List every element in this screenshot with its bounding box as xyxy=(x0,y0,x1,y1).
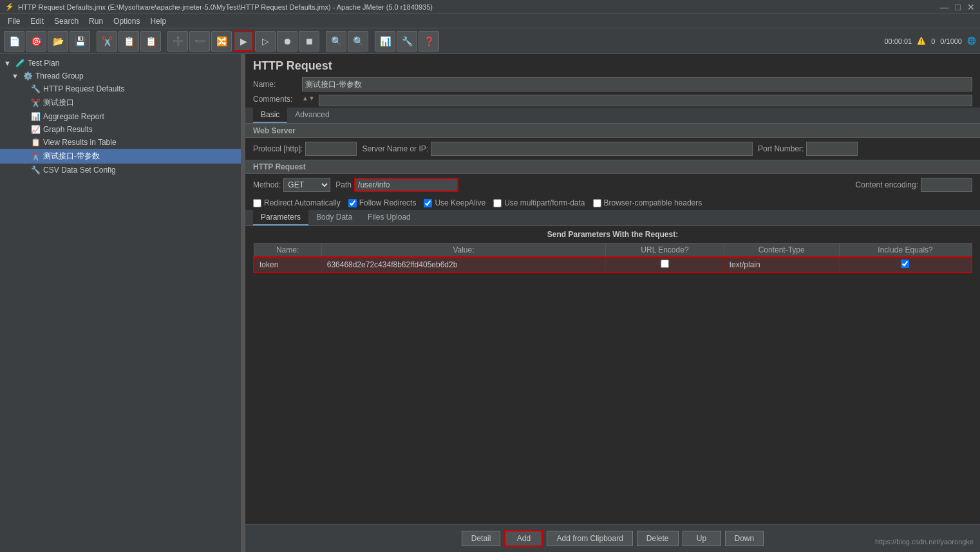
expand-comments-icon[interactable]: ▲▼ xyxy=(302,95,315,102)
toggle-button[interactable]: 🔀 xyxy=(211,31,232,52)
encoding-input[interactable] xyxy=(921,178,972,192)
sidebar-item-view-table[interactable]: 📋 View Results in Table xyxy=(0,136,241,149)
tab-files-upload[interactable]: Files Upload xyxy=(360,210,419,225)
comments-input[interactable] xyxy=(319,95,972,106)
add-button[interactable]: Add xyxy=(504,530,543,547)
menu-options[interactable]: Options xyxy=(108,15,145,27)
new-button[interactable]: 📄 xyxy=(4,31,24,52)
sidebar-item-aggregate[interactable]: 📊 Aggregate Report xyxy=(0,110,241,123)
maximize-button[interactable]: □ xyxy=(956,2,961,12)
browser-compat-checkbox[interactable] xyxy=(593,199,601,207)
menu-search[interactable]: Search xyxy=(49,15,84,27)
param-include-equals xyxy=(839,257,972,272)
sidebar-label-test-plan: Test Plan xyxy=(28,59,59,68)
title-bar-text: HTTP Request Defaults.jmx (E:\Mysoftware… xyxy=(18,3,433,11)
http-request-section: Method: GET POST PUT DELETE Path Content… xyxy=(245,174,980,196)
sidebar-item-test-api-params[interactable]: ✂️ 测试接口-带参数 xyxy=(0,149,241,164)
minimize-button[interactable]: — xyxy=(940,2,949,12)
multipart-label: Use multipart/form-data xyxy=(504,198,585,207)
encoding-group: Content encoding: xyxy=(856,178,972,192)
up-button[interactable]: Up xyxy=(683,531,721,546)
menu-file[interactable]: File xyxy=(3,15,25,27)
toolbar: 📄 🎯 📂 💾 ✂️ 📋 📋 ➕ ➖ 🔀 ▶ ▷ ⏺ ⏹ 🔍 🔍 📊 🔧 ❓ 0… xyxy=(0,28,980,54)
menu-run[interactable]: Run xyxy=(84,15,108,27)
copy-button[interactable]: 📋 xyxy=(118,31,139,52)
expand-icon: ▼ xyxy=(4,59,13,67)
save-button[interactable]: 💾 xyxy=(70,31,90,52)
play-button[interactable]: ▶ xyxy=(233,31,254,52)
param-url-encode xyxy=(606,257,724,272)
title-bar-left: ⚡ HTTP Request Defaults.jmx (E:\Mysoftwa… xyxy=(5,3,433,11)
bottom-bar: Detail Add Add from Clipboard Delete Up … xyxy=(245,524,980,552)
browser-compat-item: Browser-compatible headers xyxy=(593,198,702,207)
record-button[interactable]: ⏺ xyxy=(277,31,297,52)
panel-title: HTTP Request xyxy=(245,54,980,75)
down-button[interactable]: Down xyxy=(725,531,764,546)
method-select[interactable]: GET POST PUT DELETE xyxy=(283,178,330,192)
search2-button[interactable]: 🔍 xyxy=(348,31,368,52)
search-tree-button[interactable]: 🔍 xyxy=(326,31,346,52)
cut-button[interactable]: ✂️ xyxy=(97,31,117,52)
path-label: Path xyxy=(335,180,352,189)
encoding-label: Content encoding: xyxy=(856,180,918,189)
tab-parameters[interactable]: Parameters xyxy=(253,210,308,225)
menu-help[interactable]: Help xyxy=(145,15,171,27)
play-start-button[interactable]: ▷ xyxy=(255,31,276,52)
test-api-icon: ✂️ xyxy=(31,99,41,108)
name-input[interactable] xyxy=(302,77,972,91)
redirect-auto-item: Redirect Automatically xyxy=(253,198,341,207)
multipart-checkbox[interactable] xyxy=(493,199,502,207)
path-input[interactable] xyxy=(354,178,458,192)
report-button[interactable]: 📊 xyxy=(375,31,395,52)
sidebar-item-csv-config[interactable]: 🔧 CSV Data Set Config xyxy=(0,164,241,176)
add-from-clipboard-button[interactable]: Add from Clipboard xyxy=(547,531,632,546)
help-button[interactable]: ❓ xyxy=(419,31,439,52)
stop-button[interactable]: ⏹ xyxy=(299,31,319,52)
network-icon: 🌐 xyxy=(967,37,976,45)
collapse-button[interactable]: ➖ xyxy=(189,31,210,52)
redirect-auto-label: Redirect Automatically xyxy=(264,198,341,207)
sidebar-item-test-api[interactable]: ✂️ 测试接口 xyxy=(0,95,241,110)
name-row: Name: xyxy=(245,75,980,93)
warning-icon: ⚠️ xyxy=(917,37,926,45)
sidebar-item-test-plan[interactable]: ▼ 🧪 Test Plan xyxy=(0,57,241,70)
sidebar-item-graph-results[interactable]: 📈 Graph Results xyxy=(0,123,241,136)
browser-compat-label: Browser-compatible headers xyxy=(604,198,702,207)
close-button[interactable]: ✕ xyxy=(967,2,975,12)
url-encode-checkbox[interactable] xyxy=(661,260,669,268)
test-api-params-icon: ✂️ xyxy=(31,152,41,161)
table-row[interactable]: token 636468d2e72c434f8b62ffd405eb6d2b t… xyxy=(254,257,972,272)
port-input[interactable] xyxy=(806,142,858,156)
delete-button[interactable]: Delete xyxy=(637,531,679,546)
follow-redirects-checkbox[interactable] xyxy=(348,199,357,207)
menu-edit[interactable]: Edit xyxy=(25,15,49,27)
expand-button[interactable]: ➕ xyxy=(167,31,188,52)
server-input[interactable] xyxy=(431,142,753,156)
aggregate-icon: 📊 xyxy=(31,112,41,121)
sidebar-item-thread-group[interactable]: ▼ ⚙️ Thread Group xyxy=(0,70,241,82)
open-button[interactable]: 📂 xyxy=(48,31,68,52)
http-request-header: HTTP Request xyxy=(245,160,980,174)
name-label: Name: xyxy=(253,80,298,89)
tab-advanced[interactable]: Advanced xyxy=(287,108,337,123)
tab-basic[interactable]: Basic xyxy=(253,108,287,123)
redirect-auto-checkbox[interactable] xyxy=(253,199,261,207)
port-label: Port Number: xyxy=(758,144,804,153)
keepalive-checkbox[interactable] xyxy=(424,199,432,207)
graph-results-icon: 📈 xyxy=(31,125,41,134)
template-button[interactable]: 🎯 xyxy=(26,31,46,52)
thread-group-icon: ⚙️ xyxy=(23,71,33,81)
paste-button[interactable]: 📋 xyxy=(140,31,161,52)
title-bar-controls[interactable]: — □ ✕ xyxy=(940,2,975,12)
protocol-input[interactable] xyxy=(305,142,357,156)
tools-button[interactable]: 🔧 xyxy=(397,31,417,52)
sidebar-label-view-table: View Results in Table xyxy=(43,138,117,147)
main-tabs: Basic Advanced xyxy=(245,108,980,124)
detail-button[interactable]: Detail xyxy=(462,531,501,546)
col-url-encode: URL Encode? xyxy=(606,243,724,258)
thread-count: 0/1000 xyxy=(940,37,962,45)
include-equals-checkbox[interactable] xyxy=(901,260,909,268)
multipart-item: Use multipart/form-data xyxy=(493,198,585,207)
sidebar-item-http-defaults[interactable]: 🔧 HTTP Request Defaults xyxy=(0,82,241,95)
tab-body-data[interactable]: Body Data xyxy=(308,210,360,225)
